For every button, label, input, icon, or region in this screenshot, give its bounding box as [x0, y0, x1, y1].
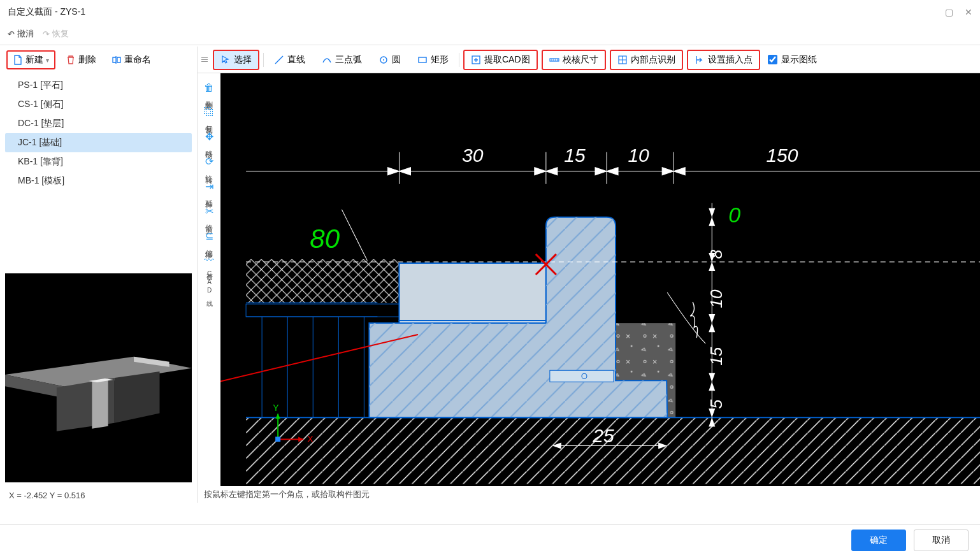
new-label: 新建 — [25, 54, 43, 66]
ok-button[interactable]: 确定 — [851, 530, 906, 551]
list-item[interactable]: DC-1 [垫层] — [5, 114, 192, 133]
redo-label: 恢复 — [52, 28, 69, 40]
coordinate-status: X = -2.452 Y = 0.516 — [0, 487, 197, 503]
verify-dim-button[interactable]: 校核尺寸 — [542, 50, 606, 70]
inner-point-button[interactable]: 内部点识别 — [610, 50, 683, 70]
dim-value: 0 — [728, 203, 740, 227]
show-drawing-checkbox[interactable]: 显示图纸 — [768, 54, 817, 66]
rename-icon — [112, 55, 122, 65]
title-bar: 自定义截面 - ZYS-1 ▢ ✕ — [0, 0, 980, 24]
draw-toolbar: 选择 直线 三点弧 圆 矩形 提取CAD图 — [198, 47, 980, 73]
arc3-label: 三点弧 — [335, 54, 362, 66]
redo-icon: ↷ — [43, 29, 50, 39]
section-list: PS-1 [平石] CS-1 [侧石] DC-1 [垫层] JC-1 [基础] … — [0, 73, 197, 268]
maximize-icon[interactable]: ▢ — [945, 7, 953, 17]
offset-icon: ⊆ — [205, 230, 213, 242]
trim-icon: ✂ — [205, 205, 213, 217]
show-drawing-label: 显示图纸 — [781, 54, 817, 66]
dropdown-caret-icon: ▾ — [46, 57, 49, 64]
rename-label: 重命名 — [124, 54, 151, 66]
cad-line-icon: 〰 — [204, 255, 214, 266]
prompt-bar: 按鼠标左键指定第一个角点，或拾取构件图元 — [198, 486, 980, 503]
line-tool[interactable]: 直线 — [268, 51, 312, 69]
list-item[interactable]: KB-1 [靠背] — [5, 152, 192, 171]
insert-point-icon — [695, 55, 705, 65]
show-drawing-input[interactable] — [768, 55, 777, 64]
arc3-tool[interactable]: 三点弧 — [315, 51, 368, 69]
undo-button[interactable]: ↶ 撤消 — [8, 28, 34, 40]
axis-label: X — [307, 434, 313, 444]
trash-icon: 🗑 — [204, 82, 214, 94]
svg-line-7 — [275, 56, 283, 64]
set-insert-button[interactable]: 设置插入点 — [687, 50, 760, 70]
dim-value: 5 — [707, 400, 726, 409]
left-toolbar: 新建 ▾ 删除 重命名 — [0, 47, 197, 73]
dim-value: 80 — [310, 224, 340, 254]
cancel-button[interactable]: 取消 — [914, 530, 969, 551]
ruler-icon — [549, 55, 559, 65]
rect-label: 矩形 — [431, 54, 449, 66]
rect-icon — [417, 55, 428, 65]
side-trim[interactable]: ✂修剪 — [205, 205, 213, 221]
side-delete[interactable]: 🗑删除 — [204, 82, 214, 97]
svg-rect-10 — [419, 57, 426, 62]
side-rotate[interactable]: ⟳旋转 — [205, 155, 213, 171]
side-extend[interactable]: ⇥延伸 — [205, 180, 213, 196]
dim-value: 25 — [592, 425, 614, 446]
delete-button[interactable]: 删除 — [61, 52, 101, 68]
toolbar-grip-icon[interactable] — [201, 52, 208, 68]
cursor-icon — [220, 55, 231, 65]
set-insert-label: 设置插入点 — [708, 54, 753, 66]
trash-icon — [66, 55, 76, 65]
dim-value: 15 — [564, 145, 586, 166]
preview-3d — [5, 273, 192, 482]
list-item[interactable]: PS-1 [平石] — [5, 76, 192, 95]
list-item[interactable]: CS-1 [侧石] — [5, 95, 192, 114]
left-panel: 新建 ▾ 删除 重命名 PS-1 [平石] CS-1 [侧石] DC-1 [垫层… — [0, 47, 198, 503]
dim-value: 15 — [707, 347, 726, 365]
select-tool[interactable]: 选择 — [213, 50, 259, 70]
undo-redo-bar: ↶ 撤消 ↷ 恢复 — [0, 24, 980, 43]
arc-icon — [322, 55, 332, 65]
extract-icon — [471, 55, 481, 65]
svg-marker-4 — [115, 371, 160, 423]
dim-value: 10 — [628, 145, 649, 166]
list-item[interactable]: MB-1 [模板] — [5, 171, 192, 191]
svg-rect-25 — [246, 259, 399, 303]
line-label: 直线 — [287, 54, 305, 66]
grid-icon — [617, 55, 628, 65]
dim-value: 150 — [766, 145, 798, 166]
side-align-cad[interactable]: 〰补画CAD线 — [204, 255, 214, 296]
cad-canvas[interactable]: 30 15 10 150 — [220, 73, 980, 486]
svg-rect-50 — [275, 436, 280, 442]
bottom-bar: 确定 取消 — [0, 524, 980, 555]
rename-button[interactable]: 重命名 — [106, 52, 156, 68]
separator — [263, 53, 264, 67]
redo-button[interactable]: ↷ 恢复 — [43, 28, 69, 40]
separator — [459, 53, 459, 67]
side-copy[interactable]: ⿻复制 — [204, 106, 214, 122]
line-icon — [274, 55, 284, 65]
side-move[interactable]: ✥移动 — [205, 131, 213, 147]
list-item[interactable]: JC-1 [基础] — [5, 133, 192, 152]
divider — [0, 45, 980, 45]
new-button[interactable]: 新建 ▾ — [6, 50, 55, 69]
circle-label: 圆 — [392, 54, 401, 66]
rotate-icon: ⟳ — [205, 155, 213, 168]
select-label: 选择 — [234, 54, 252, 66]
dim-value: 10 — [707, 289, 726, 308]
circle-tool[interactable]: 圆 — [372, 51, 407, 69]
right-panel: 选择 直线 三点弧 圆 矩形 提取CAD图 — [198, 47, 980, 503]
extract-cad-button[interactable]: 提取CAD图 — [463, 50, 538, 70]
close-icon[interactable]: ✕ — [965, 7, 972, 17]
delete-label: 删除 — [78, 54, 96, 66]
svg-rect-29 — [399, 263, 545, 321]
extract-cad-label: 提取CAD图 — [484, 54, 530, 66]
new-icon — [13, 55, 23, 65]
side-offset[interactable]: ⊆偏移 — [205, 230, 213, 246]
rect-tool[interactable]: 矩形 — [411, 51, 455, 69]
side-tools: 🗑删除 ⿻复制 ✥移动 ⟳旋转 ⇥延伸 ✂修剪 ⊆偏移 〰补画CAD线 — [198, 73, 220, 486]
inner-point-label: 内部点识别 — [631, 54, 675, 66]
svg-line-44 — [342, 210, 367, 261]
circle-icon — [378, 55, 389, 65]
